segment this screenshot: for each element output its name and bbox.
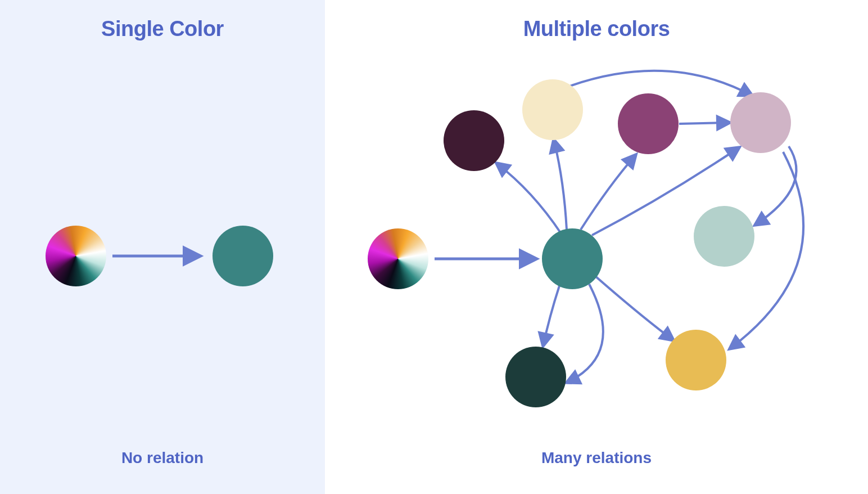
single-stage	[0, 0, 325, 494]
multiple-caption: Many relations	[541, 449, 652, 467]
dark-plum-node	[444, 110, 504, 171]
arrow-hub-to-darkteal-b	[567, 284, 603, 383]
arrow-magentaplum-to-mauve	[679, 123, 730, 124]
arrow-hub-to-darkteal-a	[543, 284, 560, 346]
cream-node	[522, 79, 583, 140]
arrow-mauve-to-sage	[755, 146, 797, 225]
arrow-hub-to-darkplum	[496, 163, 561, 233]
multiple-colors-panel: Multiple colors	[325, 0, 868, 494]
arrow-hub-to-magentaplum	[581, 155, 636, 230]
mustard-node	[666, 330, 726, 390]
arrow-hub-to-cream	[554, 140, 567, 230]
color-wheel-icon	[46, 226, 106, 286]
single-color-panel: Single Color No relation	[0, 0, 325, 494]
sage-node	[694, 206, 754, 267]
teal-hub-node	[542, 228, 603, 289]
multiple-stage	[325, 0, 868, 494]
mauve-node	[730, 92, 791, 153]
arrow-cream-to-mauve	[567, 71, 752, 96]
color-wheel-icon	[368, 228, 428, 289]
dark-teal-node	[505, 347, 566, 407]
teal-node	[213, 226, 273, 286]
single-caption: No relation	[121, 449, 204, 467]
arrow-hub-to-mustard	[595, 276, 673, 340]
magenta-plum-node	[618, 93, 679, 154]
